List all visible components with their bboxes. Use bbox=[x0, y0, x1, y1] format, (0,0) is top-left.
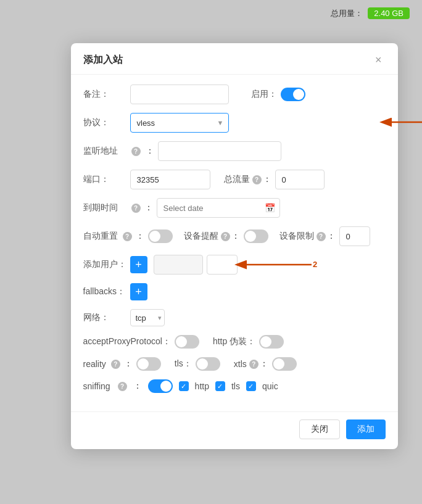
port-label: 端口： bbox=[83, 174, 126, 185]
sniffing-quic-checkbox[interactable] bbox=[246, 381, 256, 391]
traffic-info-icon: ? bbox=[252, 175, 262, 184]
device-notice-label: 设备提醒 bbox=[184, 231, 218, 242]
sniffing-http-checkbox[interactable] bbox=[179, 381, 189, 391]
sniffing-quic-label: quic bbox=[262, 381, 278, 391]
accept-proxy-label: acceptProxyProtocol： bbox=[83, 336, 171, 347]
add-button[interactable]: 添加 bbox=[346, 419, 386, 439]
modal-body: 备注： 启用： 协议： vless ▼ bbox=[71, 75, 398, 411]
modal: 添加入站 × 备注： 启用： 协议： vless ▼ bbox=[71, 43, 398, 449]
modal-footer: 关闭 添加 bbox=[71, 411, 398, 449]
remark-row: 备注： 启用： bbox=[83, 85, 386, 104]
svg-text:2: 2 bbox=[313, 260, 317, 269]
auto-reset-info-icon: ? bbox=[123, 232, 132, 241]
auto-reset-toggle[interactable] bbox=[148, 229, 173, 243]
sniffing-row: sniffing ? ： http tls quic bbox=[83, 379, 386, 393]
reality-info-icon: ? bbox=[111, 360, 120, 369]
close-modal-button[interactable]: 关闭 bbox=[299, 419, 340, 439]
listen-info-icon: ? bbox=[131, 147, 141, 156]
modal-header: 添加入站 × bbox=[71, 43, 398, 75]
fallbacks-label: fallbacks： bbox=[83, 286, 126, 297]
add-user-label: 添加用户： bbox=[83, 259, 126, 270]
total-label: 总用量： bbox=[331, 8, 363, 19]
sniffing-http-label: http bbox=[195, 381, 209, 391]
remark-label: 备注： bbox=[83, 89, 126, 100]
proxy-protocol-row: acceptProxyProtocol： http 伪装： bbox=[83, 335, 386, 349]
enable-toggle[interactable] bbox=[281, 88, 305, 101]
expire-label: 到期时间 bbox=[83, 202, 126, 213]
remark-input[interactable] bbox=[130, 85, 229, 104]
reality-toggle[interactable] bbox=[136, 357, 161, 371]
network-select[interactable]: tcp kcp ws http quic grpc bbox=[130, 309, 165, 326]
user-input-2[interactable] bbox=[207, 255, 238, 275]
protocol-select[interactable]: vless bbox=[130, 113, 229, 133]
device-limit-label: 设备限制 bbox=[279, 231, 314, 242]
listen-label: 监听地址 bbox=[83, 146, 126, 157]
close-button[interactable]: × bbox=[371, 53, 386, 67]
total-traffic-input[interactable] bbox=[275, 170, 325, 189]
protocol-label: 协议： bbox=[83, 117, 126, 128]
xtls-info-icon: ? bbox=[249, 360, 259, 369]
total-value: 2.40 GB bbox=[368, 7, 410, 19]
annotation-arrow-1: 1 bbox=[379, 110, 423, 134]
accept-proxy-toggle[interactable] bbox=[175, 335, 199, 349]
add-user-row: 添加用户： + 2 bbox=[83, 255, 386, 275]
device-notice-toggle[interactable] bbox=[244, 229, 268, 243]
xtls-label: xtls bbox=[234, 359, 247, 369]
sniffing-toggle[interactable] bbox=[148, 379, 173, 393]
listen-row: 监听地址 ? ： bbox=[83, 141, 386, 161]
device-limit-input[interactable] bbox=[339, 226, 370, 246]
device-limit-info-icon: ? bbox=[316, 232, 326, 241]
modal-title: 添加入站 bbox=[83, 54, 123, 67]
add-user-button[interactable]: + bbox=[130, 256, 147, 273]
tls-label: tls： bbox=[175, 358, 192, 370]
http-disguise-toggle[interactable] bbox=[259, 335, 284, 349]
expire-row: 到期时间 ? ： 📅 bbox=[83, 198, 386, 218]
http-disguise-label: http 伪装： bbox=[213, 336, 255, 347]
port-input[interactable] bbox=[130, 170, 210, 189]
listen-input[interactable] bbox=[158, 141, 281, 161]
add-fallback-button[interactable]: + bbox=[130, 283, 147, 300]
network-select-wrapper: tcp kcp ws http quic grpc ▾ bbox=[130, 309, 165, 326]
protocol-row: 协议： vless ▼ 1 bbox=[83, 113, 386, 133]
network-row: 网络： tcp kcp ws http quic grpc ▾ bbox=[83, 309, 386, 326]
port-row: 端口： 总流量 ? ： bbox=[83, 170, 386, 189]
auto-reset-label: 自动重置 bbox=[83, 231, 118, 242]
network-label: 网络： bbox=[83, 312, 126, 323]
expire-info-icon: ? bbox=[131, 204, 141, 213]
modal-backdrop: 添加入站 × 备注： 启用： 协议： vless ▼ bbox=[46, 37, 422, 467]
reality-label: reality bbox=[83, 359, 106, 369]
fallbacks-row: fallbacks： + bbox=[83, 283, 386, 300]
auto-reset-row: 自动重置 ? ： 设备提醒 ? ： 设备限制 ? ： bbox=[83, 226, 386, 246]
sniffing-tls-checkbox[interactable] bbox=[215, 381, 225, 391]
tls-toggle[interactable] bbox=[196, 357, 220, 371]
expire-input[interactable] bbox=[157, 198, 280, 218]
xtls-toggle[interactable] bbox=[272, 357, 297, 371]
enable-label: 启用： bbox=[251, 89, 277, 100]
sniffing-tls-label: tls bbox=[231, 381, 240, 391]
top-bar: 总用量： 2.40 GB bbox=[331, 7, 410, 19]
tls-row: reality ? ： tls： xtls ? ： bbox=[83, 357, 386, 371]
device-notice-info-icon: ? bbox=[221, 232, 230, 241]
total-traffic-label: 总流量 bbox=[224, 174, 250, 185]
user-input-1[interactable] bbox=[154, 255, 203, 275]
sniffing-label: sniffing bbox=[83, 381, 110, 391]
sniffing-info-icon: ? bbox=[118, 382, 127, 391]
protocol-select-wrapper: vless ▼ bbox=[130, 113, 229, 133]
